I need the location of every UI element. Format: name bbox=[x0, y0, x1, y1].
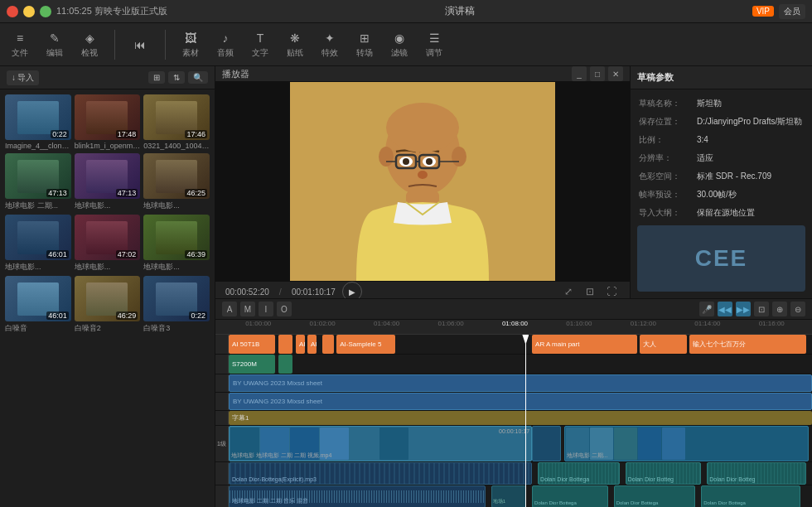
clip-input[interactable]: 输入七个七百万分 bbox=[689, 335, 806, 354]
sticker-icon: ❋ bbox=[288, 31, 302, 46]
svg-point-12 bbox=[426, 158, 433, 165]
clip-music-2[interactable]: BY UWANG 2023 Mixsd sheet bbox=[229, 393, 812, 410]
track-video-main: 1级 地球电影 地球电影 二期 二期 视频.mp4 bbox=[215, 426, 812, 462]
track-m1-content[interactable]: BY UWANG 2023 Mixsd sheet bbox=[229, 374, 812, 392]
member-btn[interactable]: 会员 bbox=[779, 4, 805, 19]
clip-ai3[interactable]: AI bbox=[296, 335, 305, 354]
toolbar-sticker[interactable]: ❋ 贴纸 bbox=[282, 27, 308, 62]
tl-btn-o[interactable]: O bbox=[277, 302, 292, 316]
search-btn[interactable]: 🔍 bbox=[188, 71, 208, 84]
media-item[interactable]: 46:01 白噪音 bbox=[5, 276, 71, 334]
sort-btn[interactable]: ⇅ bbox=[168, 71, 185, 84]
toolbar-audio[interactable]: ♪ 音频 bbox=[212, 27, 239, 62]
clip-sv1-dolan3[interactable]: Dolan Dior Bottega bbox=[701, 485, 800, 507]
toolbar-prev[interactable]: ⏮ bbox=[127, 34, 153, 56]
preview-panel: 播放器 _ □ ✕ bbox=[215, 66, 630, 298]
window-max-btn[interactable] bbox=[40, 6, 51, 17]
clip-ai4[interactable]: AI bbox=[307, 335, 317, 354]
tl-btn-a[interactable]: A bbox=[222, 302, 237, 316]
clip-s7200m2[interactable] bbox=[278, 355, 293, 374]
tl-zoom-in[interactable]: ⊕ bbox=[772, 302, 787, 316]
track-sub-content[interactable]: 字幕1 bbox=[229, 411, 812, 425]
media-item[interactable]: 17:46 0321_1400_1004p4f... bbox=[143, 94, 210, 150]
tl-fit-btn[interactable]: ⊡ bbox=[754, 302, 769, 316]
toolbar-media[interactable]: 🖼 素材 bbox=[177, 27, 204, 62]
media-item[interactable]: 46:29 白噪音2 bbox=[75, 276, 141, 334]
preview-header-btn-2[interactable]: □ bbox=[590, 66, 605, 81]
tl-arrow-left[interactable]: ◀◀ bbox=[718, 302, 732, 316]
clip-ai6[interactable]: AI-Samplele 5 bbox=[336, 335, 394, 354]
toolbar-trans[interactable]: ⊞ 转场 bbox=[351, 27, 378, 62]
clip-daren[interactable]: 大人 bbox=[640, 335, 686, 354]
prop-value: 标准 SDR - Rec.709 bbox=[697, 170, 804, 183]
track-a1-content[interactable]: Dolan Dior-Bottega(Explicit).mp3 Dolan D… bbox=[229, 462, 812, 485]
clip-subtitle[interactable]: 字幕1 bbox=[229, 411, 812, 425]
prop-value: 斯坦勒 bbox=[697, 97, 804, 110]
clip-audio-4[interactable]: Dolan Dior Botteg bbox=[707, 462, 806, 485]
clip-sv1-audio[interactable]: 地球电影 二期 二期 音乐 混音 bbox=[229, 485, 486, 507]
tl-arrow-right[interactable]: ▶▶ bbox=[736, 302, 751, 316]
zoom-icon[interactable]: ⊡ bbox=[582, 283, 598, 300]
clip-music-1[interactable]: BY UWANG 2023 Mixsd sheet bbox=[229, 374, 812, 392]
view-toggle-btn[interactable]: ⊞ bbox=[148, 71, 165, 84]
toolbar-media-label: 素材 bbox=[182, 47, 199, 59]
track-v1-content[interactable]: 地球电影 地球电影 二期 二期 视频.mp4 00:00:10:17 地球电 bbox=[229, 426, 812, 461]
tl-zoom-out[interactable]: ⊖ bbox=[790, 302, 805, 316]
media-item[interactable]: 47:02 地球电影... bbox=[75, 215, 141, 273]
clip-main[interactable]: AR A main part bbox=[532, 335, 637, 354]
toolbar-check[interactable]: ◈ 检视 bbox=[76, 27, 103, 62]
track-label-m1 bbox=[215, 374, 229, 392]
track-audio-main: Dolan Dior-Bottega(Explicit).mp3 Dolan D… bbox=[215, 462, 812, 485]
toolbar-filter[interactable]: ◉ 滤镜 bbox=[386, 27, 413, 62]
prop-value: 适应 bbox=[697, 152, 804, 165]
media-item[interactable]: 46:01 地球电影... bbox=[5, 215, 71, 273]
window-min-btn[interactable] bbox=[23, 6, 35, 17]
clip-ai2[interactable] bbox=[278, 335, 293, 354]
track-label-m2 bbox=[215, 393, 229, 410]
preview-close-btn[interactable]: ✕ bbox=[608, 66, 623, 81]
clip-ai5[interactable] bbox=[322, 335, 334, 354]
media-item[interactable]: 17:48 blink1m_i_openme6.f... bbox=[75, 94, 141, 150]
track-m2-content[interactable]: BY UWANG 2023 Mixsd sheet bbox=[229, 393, 812, 410]
clip-sv1-small[interactable]: 地场1 bbox=[491, 485, 526, 507]
clip-sv1-dolan2[interactable]: Dolan Dior Bottega bbox=[614, 485, 696, 507]
fit-icon[interactable]: ⤢ bbox=[560, 283, 577, 300]
toolbar-adjust[interactable]: ☰ 调节 bbox=[421, 27, 447, 62]
media-item[interactable]: 46:25 地球电影... bbox=[143, 153, 210, 211]
media-item[interactable]: 47:13 地球电影 二期... bbox=[5, 153, 71, 211]
toolbar-file[interactable]: ≡ 文件 bbox=[7, 27, 33, 62]
media-item[interactable]: 0:22 Imagine_4__clonme.f... bbox=[5, 94, 71, 150]
media-item[interactable]: 46:39 地球电影... bbox=[143, 215, 210, 273]
tl-btn-i[interactable]: I bbox=[259, 302, 273, 316]
track-2-content[interactable]: S7200M bbox=[229, 355, 812, 374]
prop-label: 色彩空间： bbox=[639, 170, 697, 183]
track-1-content[interactable]: AI 50T1B AI AI AI-Samplele 5 AR A main p… bbox=[229, 335, 812, 354]
preview-icons: ⤢ ⊡ ⛶ bbox=[560, 283, 620, 300]
tl-mic-btn[interactable]: 🎤 bbox=[699, 302, 714, 316]
clip-audio-main[interactable]: Dolan Dior-Bottega(Explicit).mp3 bbox=[229, 462, 532, 485]
media-item[interactable]: 0:22 白噪音3 bbox=[143, 276, 210, 334]
clip-s7200m[interactable]: S7200M bbox=[229, 355, 275, 374]
track-subtitle: 字幕1 bbox=[215, 411, 812, 426]
clip-video-2[interactable]: 地球电影 二期... bbox=[564, 426, 810, 461]
window-close-btn[interactable] bbox=[7, 6, 18, 17]
fullscreen-icon[interactable]: ⛶ bbox=[603, 283, 620, 300]
tl-btn-m[interactable]: M bbox=[240, 302, 255, 316]
prop-value: 保留在源地位置 bbox=[697, 206, 804, 219]
preview-header-btn-1[interactable]: _ bbox=[572, 66, 587, 81]
clip-video-main[interactable]: 地球电影 地球电影 二期 二期 视频.mp4 00:00:10:17 bbox=[229, 426, 532, 461]
clip-audio-2[interactable]: Dolan Dior Bottega bbox=[538, 462, 620, 485]
toolbar-edit[interactable]: ✎ 编辑 bbox=[41, 27, 68, 62]
toolbar-effect[interactable]: ✦ 特效 bbox=[317, 27, 343, 62]
clip-video-dark[interactable] bbox=[532, 426, 561, 461]
import-btn[interactable]: ↓ 导入 bbox=[7, 70, 39, 85]
media-item[interactable]: 47:13 地球电影... bbox=[75, 153, 141, 211]
track-sv1-content[interactable]: 地球电影 二期 二期 音乐 混音 地场1 Dolan Dior Bottega … bbox=[229, 485, 812, 507]
ruler-mark-3: 01:04:00 bbox=[374, 320, 399, 327]
svg-point-2 bbox=[379, 147, 394, 167]
clip-ai1[interactable]: AI 50T1B bbox=[229, 335, 275, 354]
track-label-sub bbox=[215, 411, 229, 425]
toolbar-text[interactable]: T 文字 bbox=[247, 27, 273, 62]
clip-audio-3[interactable]: Dolan Dior Botteg bbox=[626, 462, 702, 485]
clip-sv1-dolan1[interactable]: Dolan Dior Bottega bbox=[532, 485, 608, 507]
